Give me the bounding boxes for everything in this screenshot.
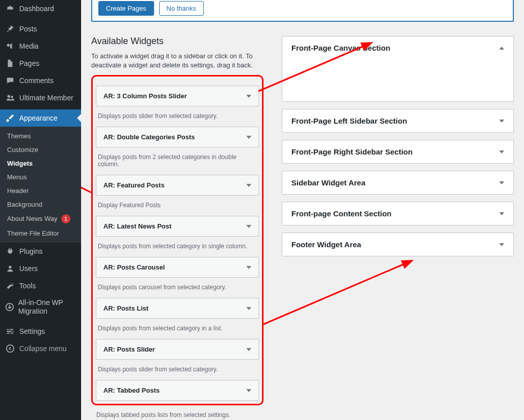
available-widgets-column: Available Widgets To activate a widget d… bbox=[91, 36, 264, 420]
available-widget-item[interactable]: AR: Double Categories Posts bbox=[96, 127, 259, 147]
svg-point-5 bbox=[7, 345, 14, 352]
sidebar-front-left[interactable]: Front-Page Left Sidebar Section bbox=[282, 109, 514, 133]
sidebar-title: Front-Page Canvas Section bbox=[291, 44, 390, 52]
menu-ultimate-member[interactable]: Ultimate Member bbox=[0, 89, 81, 106]
widget-description: Displays posts from 2 selected categorie… bbox=[96, 147, 259, 175]
submenu-header[interactable]: Header bbox=[0, 184, 81, 198]
widget-description: Displays posts from selected category in… bbox=[96, 237, 259, 257]
submenu-themes[interactable]: Themes bbox=[0, 129, 81, 143]
menu-collapse[interactable]: Collapse menu bbox=[0, 340, 81, 357]
page-icon bbox=[5, 59, 15, 68]
svg-point-0 bbox=[7, 44, 10, 47]
brush-icon bbox=[5, 113, 15, 123]
chevron-down-icon bbox=[499, 243, 504, 246]
sidebar-title: Front-Page Right Sidebar Section bbox=[291, 147, 413, 156]
install-pages-notice: Create Pages No thanks bbox=[91, 0, 514, 22]
submenu-widgets[interactable]: Widgets bbox=[0, 157, 81, 170]
submenu-menus[interactable]: Menus bbox=[0, 170, 81, 184]
users-icon bbox=[5, 93, 15, 102]
chevron-down-icon bbox=[246, 225, 251, 228]
menu-label: Tools bbox=[19, 282, 36, 290]
chevron-down-icon bbox=[499, 150, 504, 154]
available-widget-item[interactable]: AR: Latest News Post bbox=[96, 216, 259, 237]
menu-aio-migration[interactable]: All-in-One WP Migration bbox=[0, 294, 81, 320]
sidebar-title: Front-Page Left Sidebar Section bbox=[291, 117, 407, 125]
menu-tools[interactable]: Tools bbox=[0, 277, 81, 294]
available-widgets-description: To activate a widget drag it to a sideba… bbox=[91, 52, 264, 70]
available-widget-item[interactable]: AR: Posts List bbox=[96, 298, 259, 319]
widget-description: Displays posts slider from selected cate… bbox=[96, 360, 259, 380]
menu-label: Dashboard bbox=[19, 5, 54, 13]
submenu-customize[interactable]: Customize bbox=[0, 143, 81, 157]
sidebar-footer-area[interactable]: Footer Widget Area bbox=[282, 233, 514, 256]
content-area: Create Pages No thanks Available Widgets… bbox=[81, 0, 524, 420]
widget-description: Display Featured Posts bbox=[96, 196, 259, 216]
menu-settings[interactable]: Settings bbox=[0, 323, 81, 340]
active-arrow-icon bbox=[77, 114, 81, 122]
sidebar-areas-column: Front-Page Canvas Section Front-Page Lef… bbox=[282, 36, 514, 263]
menu-dashboard[interactable]: Dashboard bbox=[0, 0, 81, 17]
chevron-down-icon bbox=[246, 307, 251, 310]
update-badge: 1 bbox=[61, 214, 70, 223]
menu-appearance[interactable]: Appearance bbox=[0, 109, 81, 127]
chevron-down-icon bbox=[246, 348, 251, 351]
available-widget-item[interactable]: AR: 3 Column Posts Slider bbox=[96, 86, 259, 106]
comment-icon bbox=[5, 76, 15, 85]
chevron-down-icon bbox=[246, 95, 251, 98]
menu-label: Plugins bbox=[19, 247, 43, 255]
sidebar-front-canvas[interactable]: Front-Page Canvas Section bbox=[282, 36, 514, 102]
widget-title: AR: Posts Slider bbox=[103, 346, 155, 353]
sliders-icon bbox=[5, 327, 15, 336]
svg-point-3 bbox=[9, 266, 11, 269]
menu-label: Collapse menu bbox=[19, 345, 66, 353]
available-widget-item[interactable]: AR: Featured Posts bbox=[96, 175, 259, 196]
menu-label: Users bbox=[19, 264, 38, 273]
widget-description: Displays posts carousel from selected ca… bbox=[96, 278, 259, 298]
submenu-about-news-way[interactable]: About News Way 1 bbox=[0, 211, 81, 226]
widget-description: Displays tabbed posts lists from selecte… bbox=[91, 405, 264, 420]
menu-pages[interactable]: Pages bbox=[0, 55, 81, 72]
widget-description: Displays posts from selected category in… bbox=[96, 319, 259, 339]
pin-icon bbox=[5, 24, 15, 33]
submenu-background[interactable]: Background bbox=[0, 198, 81, 211]
user-icon bbox=[5, 264, 15, 273]
menu-users[interactable]: Users bbox=[0, 260, 81, 277]
svg-point-1 bbox=[8, 95, 10, 98]
create-pages-button[interactable]: Create Pages bbox=[98, 1, 154, 16]
dashboard-icon bbox=[5, 4, 15, 13]
widget-title: AR: Latest News Post bbox=[103, 222, 171, 230]
available-widget-item[interactable]: AR: Posts Carousel bbox=[96, 257, 259, 278]
collapse-icon bbox=[5, 344, 15, 353]
menu-label: Ultimate Member bbox=[19, 94, 73, 102]
sidebar-title: Front-page Content Section bbox=[291, 209, 392, 218]
wrench-icon bbox=[5, 281, 15, 290]
widget-description: Displays posts slider from selected cate… bbox=[96, 106, 259, 127]
svg-line-6 bbox=[81, 170, 91, 193]
chevron-down-icon bbox=[246, 266, 251, 269]
sidebar-front-content[interactable]: Front-page Content Section bbox=[282, 202, 514, 225]
menu-label: All-in-One WP Migration bbox=[18, 298, 76, 316]
menu-comments[interactable]: Comments bbox=[0, 72, 81, 89]
submenu-theme-file-editor[interactable]: Theme File Editor bbox=[0, 226, 81, 240]
media-icon bbox=[5, 42, 15, 51]
chevron-down-icon bbox=[246, 184, 251, 187]
widget-title: AR: Posts List bbox=[103, 304, 148, 312]
menu-label: Posts bbox=[19, 25, 37, 33]
menu-label: Appearance bbox=[19, 114, 58, 122]
migrate-icon bbox=[5, 302, 14, 312]
menu-posts[interactable]: Posts bbox=[0, 20, 81, 37]
sidebar-widget-area[interactable]: Sidebar Widget Area bbox=[282, 171, 514, 195]
menu-plugins[interactable]: Plugins bbox=[0, 243, 81, 260]
chevron-down-icon bbox=[246, 136, 251, 139]
sidebar-front-right[interactable]: Front-Page Right Sidebar Section bbox=[282, 140, 514, 164]
appearance-submenu: Themes Customize Widgets Menus Header Ba… bbox=[0, 127, 81, 243]
chevron-down-icon bbox=[499, 212, 504, 215]
available-widget-item[interactable]: AR: Posts Slider bbox=[96, 339, 259, 360]
available-widget-item[interactable]: AR: Tabbed Posts bbox=[96, 380, 259, 401]
svg-point-2 bbox=[11, 96, 13, 98]
no-thanks-button[interactable]: No thanks bbox=[159, 1, 204, 16]
menu-media[interactable]: Media bbox=[0, 37, 81, 55]
menu-label: Comments bbox=[19, 77, 54, 85]
sidebar-title: Sidebar Widget Area bbox=[291, 178, 365, 187]
annotation-highlight-box: AR: 3 Column Posts SliderDisplays posts … bbox=[91, 75, 264, 405]
